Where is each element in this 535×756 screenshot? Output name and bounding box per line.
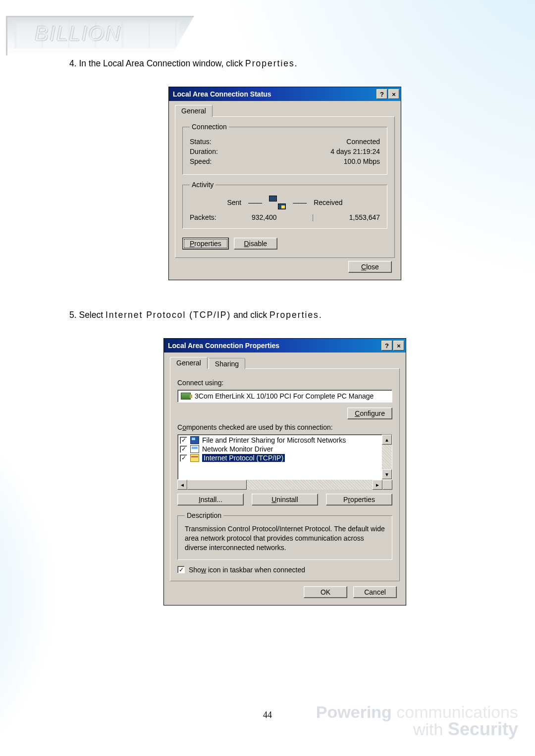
titlebar-lan-status[interactable]: Local Area Connection Status ? ×	[169, 87, 401, 101]
install-button[interactable]: Install...	[177, 494, 244, 505]
show-icon-label: Show icon in taskbar when connected	[189, 566, 305, 574]
step5-kw2: Properties	[269, 310, 319, 320]
list-item-selected[interactable]: ✓ Internet Protocol (TCP/IP)	[179, 454, 381, 462]
group-activity-legend: Activity	[190, 181, 215, 189]
list-item-label: Network Monitor Driver	[202, 445, 273, 453]
step-4-text: 4. In the Local Area Connection window, …	[69, 58, 500, 69]
row-speed: Speed: 100.0 Mbps	[190, 157, 380, 165]
titlebar-close-button-2[interactable]: ×	[393, 341, 404, 351]
step5-prefix: 5. Select	[69, 310, 106, 320]
scroll-up-button[interactable]: ▲	[382, 435, 392, 445]
group-activity: Activity Sent —— —— Received Packets:	[182, 181, 387, 229]
scroll-track-h[interactable]	[247, 480, 373, 490]
checkbox-icon[interactable]: ✓	[180, 454, 187, 462]
footer-word-with: with	[413, 720, 448, 739]
tab-general-2[interactable]: General	[170, 357, 208, 369]
titlebar-help-button-2[interactable]: ?	[381, 341, 392, 351]
row-status: Status: Connected	[190, 138, 380, 146]
step4-keyword: Properties	[245, 58, 295, 68]
connect-using-label: Connect using:	[177, 379, 392, 387]
packets-received-value: 1,553,647	[349, 213, 380, 221]
speed-label: Speed:	[190, 157, 212, 165]
titlebar-close-button[interactable]: ×	[388, 89, 399, 99]
list-item[interactable]: ✓ Network Monitor Driver	[179, 445, 381, 454]
tab-sharing[interactable]: Sharing	[209, 358, 245, 369]
adapter-field: 3Com EtherLink XL 10/100 PCI For Complet…	[177, 390, 392, 403]
scroll-thumb[interactable]	[187, 480, 247, 490]
scroll-right-button[interactable]: ►	[373, 480, 382, 490]
activity-dash: ——	[248, 199, 262, 206]
network-activity-icon	[269, 196, 286, 209]
tcpip-protocol-icon	[190, 454, 199, 462]
dialog-title-2: Local Area Connection Properties	[168, 342, 279, 350]
properties-button-2[interactable]: Properties	[326, 494, 392, 505]
ok-button[interactable]: OK	[304, 586, 347, 598]
dialog-lan-status: Local Area Connection Status ? × General…	[168, 87, 401, 280]
brand-logo: BILLION	[35, 22, 121, 46]
row-duration: Duration: 4 days 21:19:24	[190, 148, 380, 155]
packets-label: Packets:	[190, 213, 216, 221]
step-5-text: 5. Select Internet Protocol (TCP/IP) and…	[69, 310, 500, 320]
status-value: Connected	[346, 138, 380, 146]
speed-value: 100.0 Mbps	[344, 157, 380, 165]
group-connection: Connection Status: Connected Duration: 4…	[182, 123, 387, 175]
components-listbox[interactable]: ✓ File and Printer Sharing for Microsoft…	[177, 434, 392, 480]
horizontal-scrollbar[interactable]: ◄ ►	[177, 480, 382, 490]
footer-word-security: Security	[448, 719, 518, 739]
file-printer-sharing-icon	[190, 436, 199, 444]
activity-dash-2: ——	[293, 199, 307, 206]
titlebar-lan-properties[interactable]: Local Area Connection Properties ? ×	[164, 339, 406, 353]
step5-kw1: Internet Protocol (TCP/IP)	[106, 310, 231, 320]
group-description-legend: Description	[185, 511, 223, 519]
step4-prefix: 4. In the Local Area Connection window, …	[69, 58, 245, 68]
configure-button[interactable]: Configure	[347, 407, 392, 419]
vertical-scrollbar[interactable]: ▲ ▼	[382, 435, 392, 479]
scroll-corner	[382, 480, 392, 490]
uninstall-button[interactable]: Uninstall	[252, 494, 318, 505]
footer-brand: Powering communications with Security	[316, 704, 518, 738]
step4-suffix: .	[295, 58, 297, 68]
adapter-name: 3Com EtherLink XL 10/100 PCI For Complet…	[195, 392, 374, 400]
tab-general[interactable]: General	[175, 105, 213, 117]
titlebar-help-button[interactable]: ?	[376, 89, 387, 99]
disable-button[interactable]: Disable	[234, 238, 277, 250]
network-monitor-icon	[190, 445, 199, 453]
dialog-title: Local Area Connection Status	[173, 90, 271, 98]
activity-received-label: Received	[314, 199, 342, 206]
show-icon-checkbox[interactable]: ✓	[177, 566, 185, 573]
group-connection-legend: Connection	[190, 123, 229, 131]
packets-sent-value: 932,400	[252, 213, 277, 221]
list-item-label: File and Printer Sharing for Microsoft N…	[202, 436, 346, 444]
components-label: Components checked are used by this conn…	[177, 423, 392, 431]
packets-separator: |	[312, 213, 314, 221]
checkbox-icon[interactable]: ✓	[180, 437, 187, 444]
list-item[interactable]: ✓ File and Printer Sharing for Microsoft…	[179, 436, 381, 445]
checkbox-icon[interactable]: ✓	[180, 446, 187, 453]
duration-label: Duration:	[190, 148, 218, 155]
description-text: Transmission Control Protocol/Internet P…	[185, 524, 385, 553]
group-description: Description Transmission Control Protoco…	[177, 511, 392, 560]
nic-card-icon	[181, 393, 191, 400]
step5-mid: and click	[231, 310, 269, 320]
activity-sent-label: Sent	[227, 199, 241, 206]
scroll-down-button[interactable]: ▼	[382, 469, 392, 479]
scroll-left-button[interactable]: ◄	[177, 480, 187, 490]
footer-word-powering: Powering	[316, 703, 392, 721]
step5-suffix: .	[319, 310, 321, 320]
duration-value: 4 days 21:19:24	[330, 148, 380, 155]
scroll-track[interactable]	[382, 445, 392, 469]
cancel-button[interactable]: Cancel	[353, 586, 397, 598]
dialog-lan-properties: Local Area Connection Properties ? × Gen…	[163, 338, 406, 605]
properties-button[interactable]: Properties	[182, 238, 229, 250]
list-item-label: Internet Protocol (TCP/IP)	[202, 454, 285, 462]
close-button[interactable]: Close	[348, 261, 392, 273]
status-label: Status:	[190, 138, 212, 146]
